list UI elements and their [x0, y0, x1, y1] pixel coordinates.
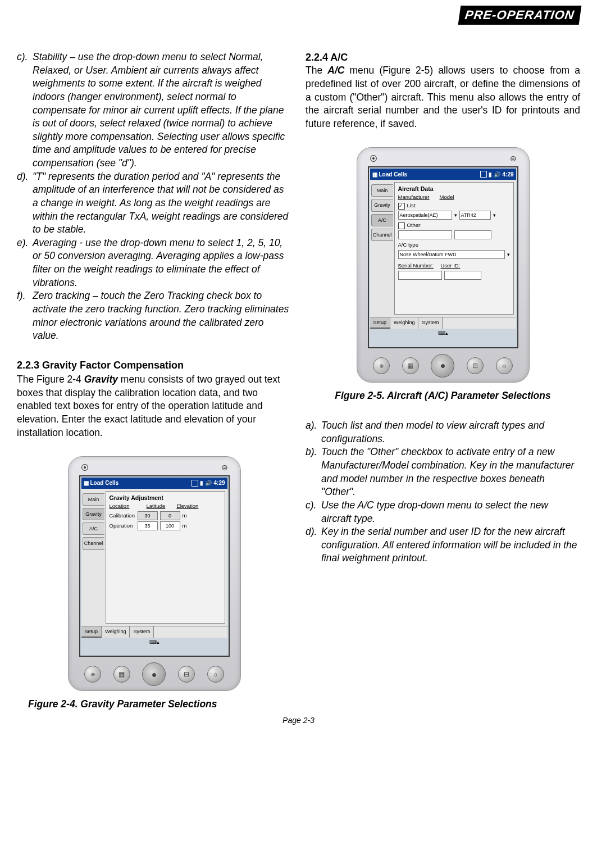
- pda1-titlebar: ▦ Load Cells ▮ 🔊 4:29: [81, 478, 227, 489]
- other-checkbox[interactable]: [398, 222, 405, 229]
- pda-device-2: ⦿ ⊜ ▦ Load Cells ▮ 🔊 4:29 Main Gravit: [357, 147, 530, 382]
- pda1-apptitle: Load Cells: [90, 479, 119, 487]
- calibration-elev-input: 0: [160, 511, 180, 520]
- gravity-panel: Gravity Adjustment Location Latitude Ele…: [106, 491, 225, 624]
- sidetab2-ac[interactable]: A/C: [371, 214, 393, 226]
- section-2-2-3-body: The Figure 2-4 Gravity menu consists of …: [17, 373, 291, 439]
- s224-ac: A/C: [327, 65, 344, 76]
- item-f-label: f).: [17, 289, 33, 343]
- hw2-button-3[interactable]: ⊟: [467, 357, 484, 374]
- btab-weighing[interactable]: Weighing: [102, 626, 130, 638]
- item-e: e). Averaging - use the drop-down menu t…: [17, 237, 291, 290]
- sip-keyboard-icon[interactable]: ⌨▴: [81, 639, 227, 646]
- title-sq-icon2: [480, 171, 487, 178]
- sip-keyboard-icon2[interactable]: ⌨▴: [370, 330, 516, 337]
- title-flag-icon: ▦: [84, 479, 89, 487]
- other-label: Other:: [407, 222, 422, 229]
- hdr-latitude: Latitude: [147, 503, 166, 510]
- hdr-location: Location: [110, 503, 135, 510]
- signal-icon2: ▮: [489, 171, 492, 179]
- hw-dpad[interactable]: ●: [142, 662, 166, 686]
- dropdown-arrow-icon[interactable]: ▾: [454, 212, 457, 219]
- right-column: 2.2.4 A/C The A/C menu (Figure 2-5) allo…: [306, 51, 580, 711]
- operation-elev-input[interactable]: 100: [160, 521, 180, 530]
- list-manufacturer-select[interactable]: Aerospatiale(AE): [398, 211, 452, 220]
- item-f-text: Zero tracking – touch the Zero Tracking …: [33, 289, 291, 343]
- sidetab-ac[interactable]: A/C: [83, 522, 104, 535]
- sidetab2-gravity[interactable]: Gravity: [371, 199, 393, 211]
- right-item-c: c). Use the A/C type drop-down menu to s…: [306, 499, 580, 525]
- hw-button-2[interactable]: ▦: [113, 666, 130, 683]
- item-d-text: "T" represents the duration period and "…: [33, 170, 291, 237]
- sidetab-channel[interactable]: Channel: [83, 537, 104, 549]
- sidetab-main[interactable]: Main: [83, 493, 104, 506]
- pda-top-right-icon: ⊜: [221, 462, 228, 473]
- ac-panel-title: Aircraft Data: [398, 185, 510, 193]
- row-operation-label: Operation: [110, 522, 135, 530]
- hw2-button-4[interactable]: ☼: [496, 357, 513, 374]
- other-manufacturer-input[interactable]: [398, 230, 452, 239]
- sidetab2-channel[interactable]: Channel: [371, 229, 393, 241]
- other-model-input[interactable]: [454, 230, 491, 239]
- btab2-setup[interactable]: Setup: [370, 317, 391, 329]
- operation-unit: m: [183, 522, 187, 530]
- pda-device-1: ⦿ ⊜ ▦ Load Cells ▮ 🔊 4:29 Main Gravit: [68, 456, 241, 691]
- hw-button-3[interactable]: ⊟: [178, 666, 195, 683]
- btab2-weighing[interactable]: Weighing: [390, 317, 418, 329]
- right-item-d: d). Key in the serial number and user ID…: [306, 525, 580, 565]
- item-d-label: d).: [17, 170, 33, 237]
- section-2-2-3-title: 2.2.3 Gravity Factor Compensation: [17, 358, 291, 372]
- right-item-d-label: d).: [306, 525, 321, 565]
- actype-label: A/C type: [398, 242, 418, 249]
- pda2-top-right-icon: ⊜: [510, 153, 517, 164]
- section-2-2-4-title: 2.2.4 A/C: [306, 51, 580, 64]
- dropdown-arrow-icon3[interactable]: ▾: [507, 251, 510, 258]
- hw-button-4[interactable]: ☼: [207, 666, 224, 683]
- sidetab-gravity[interactable]: Gravity: [83, 508, 104, 520]
- title-flag-icon2: ▦: [372, 171, 377, 179]
- gravity-panel-title: Gravity Adjustment: [110, 494, 221, 502]
- right-item-b-text: Touch the "Other" checkbox to activate e…: [321, 446, 580, 499]
- s224-lead: The: [306, 65, 327, 76]
- item-c-label: c).: [17, 51, 33, 170]
- right-item-a-label: a).: [306, 419, 321, 446]
- actype-select[interactable]: Nose Wheel/Datum FWD: [398, 250, 505, 259]
- section-header-tab: PRE-OPERATION: [458, 6, 581, 25]
- operation-lat-input[interactable]: 35: [138, 521, 158, 530]
- right-item-b: b). Touch the "Other" checkbox to activa…: [306, 446, 580, 499]
- right-item-d-text: Key in the serial number and user ID for…: [321, 525, 580, 565]
- hw2-button-1[interactable]: ⎈: [373, 357, 390, 374]
- signal-icon: ▮: [200, 479, 203, 487]
- btab-setup[interactable]: Setup: [81, 626, 102, 638]
- hw2-dpad[interactable]: ●: [431, 354, 454, 378]
- hw-button-1[interactable]: ⎈: [84, 666, 101, 683]
- row-calibration-label: Calibration: [110, 512, 135, 520]
- hw2-button-2[interactable]: ▦: [402, 357, 419, 374]
- item-c: c). Stability – use the drop-down menu t…: [17, 51, 291, 170]
- pda2-titlebar: ▦ Load Cells ▮ 🔊 4:29: [370, 169, 516, 180]
- user-id-input[interactable]: [444, 271, 481, 280]
- speaker-icon2: 🔊: [494, 171, 500, 179]
- title-sq-icon: [192, 480, 198, 487]
- serial-number-input[interactable]: [398, 271, 442, 280]
- item-e-label: e).: [17, 237, 33, 290]
- dropdown-arrow-icon2[interactable]: ▾: [493, 212, 496, 219]
- btab-system[interactable]: System: [130, 626, 154, 638]
- pda1-time: 4:29: [213, 479, 225, 487]
- page-number: Page 2-3: [17, 716, 580, 725]
- item-d: d). "T" represents the duration period a…: [17, 170, 291, 237]
- right-item-c-text: Use the A/C type drop-down menu to selec…: [321, 499, 580, 525]
- list-model-select[interactable]: ATR42: [459, 211, 491, 220]
- list-label: List:: [407, 202, 417, 210]
- right-item-a-text: Touch list and then model to view aircra…: [321, 419, 580, 446]
- figure-2-4-caption: Figure 2-4. Gravity Parameter Selections: [28, 698, 291, 711]
- pda-top-left-icon: ⦿: [81, 462, 89, 473]
- s224-rest: menu (Figure 2-5) allows users to choose…: [306, 65, 580, 129]
- figure-2-5-caption: Figure 2-5. Aircraft (A/C) Parameter Sel…: [306, 389, 580, 403]
- figure-2-4: ⦿ ⊜ ▦ Load Cells ▮ 🔊 4:29 Main Gravit: [17, 456, 291, 691]
- list-checkbox[interactable]: [398, 203, 405, 210]
- right-item-a: a). Touch list and then model to view ai…: [306, 419, 580, 446]
- btab2-system[interactable]: System: [418, 317, 443, 329]
- serial-number-label: Serial Number:: [398, 262, 439, 270]
- sidetab2-main[interactable]: Main: [371, 184, 393, 197]
